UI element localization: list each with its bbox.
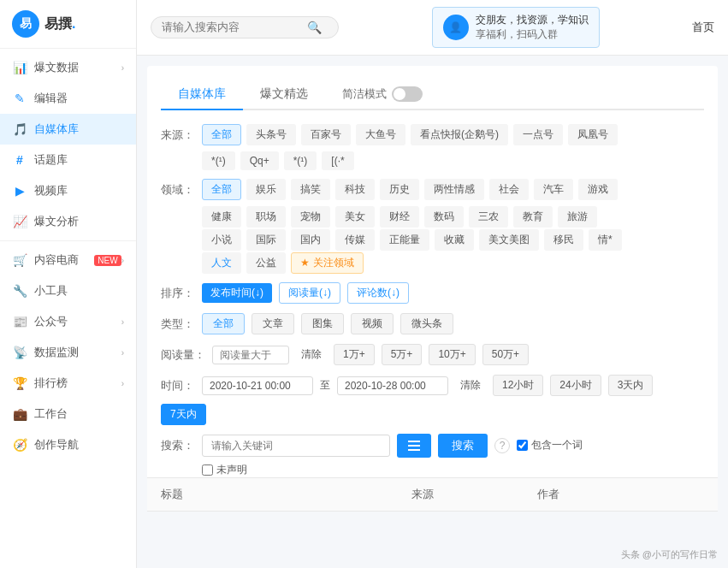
- domain-tag-caijing[interactable]: 财经: [380, 206, 419, 228]
- sidebar-item-shipin[interactable]: ▶ 视频库: [0, 175, 136, 206]
- sidebar-item-gongju[interactable]: 🔧 小工具: [0, 275, 136, 306]
- domain-tag-sannong[interactable]: 三农: [469, 206, 508, 228]
- domain-tag-lishi[interactable]: 历史: [380, 179, 419, 200]
- source-tag-toutiao[interactable]: 头条号: [246, 124, 296, 145]
- sidebar-item-jiankong[interactable]: 📡 数据监测 ›: [0, 337, 136, 368]
- header-search-input[interactable]: [162, 21, 307, 33]
- domain-tag-meinv[interactable]: 美女: [335, 206, 375, 228]
- sidebar-item-chuangzuo[interactable]: 🧭 创作导航: [0, 429, 136, 460]
- domain-tag-chuanmei[interactable]: 传媒: [335, 229, 375, 251]
- sidebar-item-gongzhonghao[interactable]: 📰 公众号 ›: [0, 306, 136, 337]
- sidebar-item-gongzuotai[interactable]: 💼 工作台: [0, 399, 136, 429]
- time-btn-3d[interactable]: 3天内: [608, 375, 654, 396]
- sidebar-item-huati[interactable]: # 话题库: [0, 145, 136, 175]
- header-search[interactable]: 🔍: [151, 16, 339, 38]
- col-source: 来源: [411, 487, 537, 502]
- source-tag-yidian[interactable]: 一点号: [513, 124, 563, 145]
- read-btn-1w[interactable]: 1万+: [334, 344, 375, 365]
- tab-zimeiti-tiku[interactable]: 自媒体库: [161, 80, 243, 110]
- sidebar-item-neirong[interactable]: 🛒 内容电商 NEW ›: [0, 245, 136, 275]
- sidebar-item-zimeiti[interactable]: 🎵 自媒体库: [0, 114, 136, 145]
- read-btn-10w[interactable]: 10万+: [429, 344, 475, 365]
- search-submit-btn[interactable]: 搜索: [438, 434, 488, 458]
- domain-tag-gongyi[interactable]: 公益: [246, 252, 286, 274]
- domain-tag-yimin[interactable]: 移民: [544, 229, 583, 251]
- source-tag-kandian[interactable]: 看点快报(企鹅号): [411, 124, 508, 145]
- domain-tag-yule[interactable]: 娱乐: [246, 179, 286, 200]
- sidebar-item-baowen-data[interactable]: 📊 爆文数据 ›: [0, 52, 136, 83]
- source-tag-dayu[interactable]: 大鱼号: [356, 124, 405, 145]
- time-end-input[interactable]: [337, 376, 448, 395]
- undeclared-wrap: 未声明: [202, 463, 704, 477]
- domain-tag-jiankang[interactable]: 健康: [202, 206, 241, 228]
- domain-tag-shuma[interactable]: 数码: [424, 206, 464, 228]
- domain-tag-shoucang[interactable]: 收藏: [435, 229, 474, 251]
- domain-tag-zhengneng[interactable]: 正能量: [380, 229, 429, 251]
- domain-tag-shehui[interactable]: 社会: [489, 179, 529, 200]
- source-tag-weixin[interactable]: *(¹): [284, 151, 317, 170]
- type-btn-video[interactable]: 视频: [351, 313, 394, 334]
- time-clear-btn[interactable]: 清除: [455, 376, 486, 395]
- source-tag-qq[interactable]: Qq+: [240, 151, 279, 170]
- domain-tag-jiaoyu[interactable]: 教育: [513, 206, 553, 228]
- sort-btn-time[interactable]: 发布时间(↓): [202, 283, 272, 303]
- source-tag-fenghuang[interactable]: 凤凰号: [568, 124, 618, 145]
- help-icon[interactable]: ?: [494, 438, 510, 453]
- col-author: 作者: [537, 487, 704, 502]
- time-btn-7d[interactable]: 7天内: [161, 404, 206, 425]
- type-btn-gallery[interactable]: 图集: [301, 313, 344, 334]
- domain-tag-lvyou[interactable]: 旅游: [558, 206, 597, 228]
- domain-tag-guoji[interactable]: 国际: [246, 229, 286, 251]
- sort-btn-comment[interactable]: 评论数(↓): [347, 282, 409, 304]
- source-tag-wangyi[interactable]: *(¹): [202, 151, 235, 170]
- read-clear-btn[interactable]: 清除: [296, 345, 327, 364]
- tool-icon: 🔧: [12, 283, 27, 299]
- domain-tag-other1[interactable]: 情*: [589, 229, 622, 251]
- domain-tag-all[interactable]: 全部: [202, 179, 241, 200]
- simple-mode-toggle[interactable]: 简洁模式: [342, 86, 423, 102]
- domain-filter-row: 领域： 全部 娱乐 搞笑 科技 历史 两性情感 社会 汽车 游戏: [161, 179, 704, 201]
- read-btn-50w[interactable]: 50万+: [482, 344, 529, 365]
- domain-tag-renwen[interactable]: 人文: [202, 252, 241, 274]
- list-icon: [406, 438, 422, 453]
- undeclared-checkbox[interactable]: [202, 464, 213, 476]
- compass-icon: 🧭: [12, 437, 27, 453]
- toggle-switch[interactable]: [392, 86, 423, 102]
- domain-tag-liangxing[interactable]: 两性情感: [424, 179, 484, 200]
- domain-tag-meiwenmeitou[interactable]: 美文美图: [479, 229, 539, 251]
- contain-one-checkbox[interactable]: [517, 440, 528, 451]
- read-btn-5w[interactable]: 5万+: [382, 344, 423, 365]
- sidebar-item-baowen-fenxi[interactable]: 📈 爆文分析: [0, 206, 136, 237]
- source-tag-bilibili[interactable]: [(·*: [322, 151, 353, 170]
- domain-tag-chongwu[interactable]: 宠物: [291, 206, 330, 228]
- domain-tag-qiche[interactable]: 汽车: [534, 179, 573, 200]
- domain-tag-gaoxiao[interactable]: 搞笑: [291, 179, 330, 200]
- header-nav-home[interactable]: 首页: [692, 20, 714, 35]
- edit-icon: ✎: [12, 91, 27, 106]
- search-row: 搜索： 搜索 ? 包含一个词: [161, 434, 704, 458]
- read-input[interactable]: [212, 346, 289, 364]
- domain-tag-guonei[interactable]: 国内: [291, 229, 330, 251]
- time-btn-12h[interactable]: 12小时: [493, 375, 543, 396]
- domain-tag-youxi[interactable]: 游戏: [578, 179, 618, 200]
- source-tag-all[interactable]: 全部: [202, 124, 241, 145]
- arrow-icon: ›: [121, 379, 124, 388]
- domain-tag-xiaoshuo[interactable]: 小说: [202, 229, 241, 251]
- time-btn-24h[interactable]: 24小时: [550, 375, 601, 396]
- logo-icon: 易: [12, 10, 39, 38]
- sidebar-item-bianji[interactable]: ✎ 编辑器: [0, 83, 136, 114]
- header-banner: 👤 交朋友，找资源，学知识 享福利，扫码入群: [432, 7, 600, 48]
- follow-domain-btn[interactable]: ★ 关注领域: [291, 252, 364, 274]
- domain-tag-keji[interactable]: 科技: [335, 179, 375, 200]
- keyword-input[interactable]: [202, 435, 390, 457]
- sidebar-item-paihang[interactable]: 🏆 排行榜 ›: [0, 368, 136, 399]
- type-btn-article[interactable]: 文章: [252, 313, 294, 334]
- contain-one-wrap: 包含一个词: [517, 438, 583, 453]
- time-start-input[interactable]: [202, 376, 313, 395]
- type-btn-all[interactable]: 全部: [202, 313, 245, 334]
- source-tag-baijiahao[interactable]: 百家号: [301, 124, 351, 145]
- tab-baowen-jingxuan[interactable]: 爆文精选: [243, 80, 325, 110]
- domain-tag-zhichang[interactable]: 职场: [246, 206, 286, 228]
- sort-btn-read[interactable]: 阅读量(↓): [279, 282, 340, 304]
- type-btn-microhead[interactable]: 微头条: [400, 313, 453, 334]
